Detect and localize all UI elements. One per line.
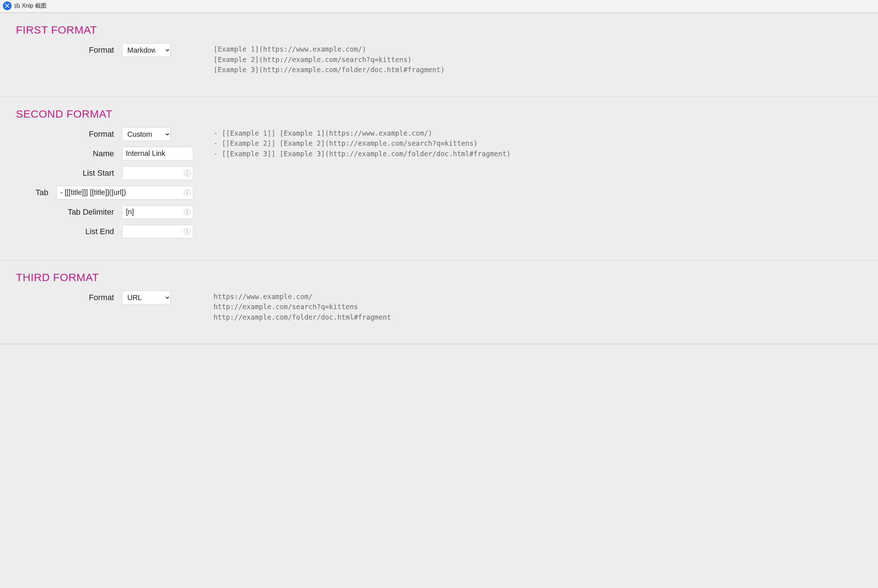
second-listend-label: List End [16, 227, 122, 236]
first-format-heading: FIRST FORMAT [16, 24, 878, 36]
second-format-section: SECOND FORMAT Format Custom Name List St… [0, 97, 878, 261]
first-format-section: FIRST FORMAT Format Markdown [Example 1]… [0, 13, 878, 97]
first-format-label: Format [16, 45, 122, 55]
app-titlebar: 由 Xnip 截图 [0, 0, 878, 13]
second-tab-input[interactable] [56, 186, 193, 200]
second-name-input[interactable] [122, 147, 193, 160]
second-tabdelim-input[interactable] [122, 205, 193, 219]
second-tabdelim-label: Tab Delimiter [16, 207, 122, 217]
second-format-label: Format [16, 129, 122, 139]
third-format-label: Format [16, 293, 122, 302]
second-tab-label: Tab [15, 188, 56, 197]
xnip-app-icon [3, 2, 12, 10]
second-liststart-label: List Start [16, 168, 122, 178]
second-format-preview: - [[Example 1]] [Example 1](https://www.… [214, 128, 878, 159]
titlebar-text: 由 Xnip 截图 [14, 2, 46, 10]
second-listend-input[interactable] [122, 225, 193, 238]
third-format-select[interactable]: URL [122, 291, 171, 304]
first-format-preview: [Example 1](https://www.example.com/) [E… [214, 43, 878, 75]
second-format-heading: SECOND FORMAT [16, 108, 878, 120]
third-format-heading: THIRD FORMAT [16, 271, 878, 284]
first-format-select[interactable]: Markdown [122, 43, 171, 57]
third-format-section: THIRD FORMAT Format URL https://www.exam… [0, 261, 878, 345]
second-format-select[interactable]: Custom [122, 128, 171, 141]
second-name-label: Name [16, 149, 122, 158]
second-liststart-input[interactable] [122, 166, 193, 180]
third-format-preview: https://www.example.com/ http://example.… [214, 291, 878, 322]
